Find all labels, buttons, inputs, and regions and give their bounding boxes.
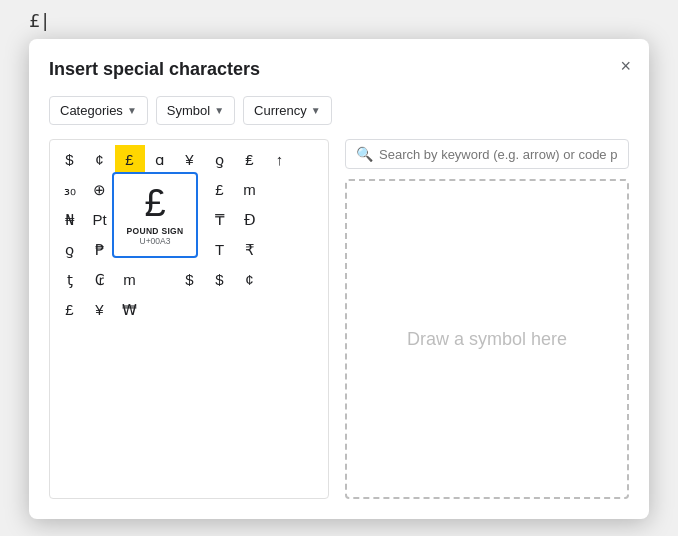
symbol-cell[interactable]: ƍ bbox=[55, 235, 85, 265]
currency-label: Currency bbox=[254, 103, 307, 118]
symbol-cell[interactable] bbox=[265, 265, 295, 295]
selected-symbol-char: £ bbox=[144, 184, 165, 222]
selected-symbol-code: U+00A3 bbox=[140, 236, 171, 246]
symbol-cell[interactable]: ↑ bbox=[265, 145, 295, 175]
selected-symbol-name: POUND SIGN bbox=[127, 226, 184, 236]
search-icon: 🔍 bbox=[356, 146, 373, 162]
symbol-cell[interactable] bbox=[175, 295, 205, 325]
grid-outer: £ POUND SIGN U+00A3 $ ¢ £ ɑ bbox=[54, 144, 314, 325]
symbol-cell-highlighted[interactable]: £ bbox=[115, 145, 145, 175]
symbol-cell[interactable]: ¥ bbox=[175, 145, 205, 175]
symbol-cell[interactable]: £ bbox=[55, 295, 85, 325]
dialog-backdrop: Insert special characters × Categories ▼… bbox=[29, 39, 649, 519]
symbol-row: ƫ ₢ m $ $ ¢ bbox=[55, 265, 295, 295]
editor-cursor: £| bbox=[29, 10, 51, 31]
insert-special-chars-dialog: Insert special characters × Categories ▼… bbox=[29, 39, 649, 519]
selected-symbol-overlay[interactable]: £ POUND SIGN U+00A3 bbox=[112, 172, 198, 258]
symbol-grid-container: £ POUND SIGN U+00A3 $ ¢ £ ɑ bbox=[49, 139, 329, 499]
currency-dropdown[interactable]: Currency ▼ bbox=[243, 96, 332, 125]
symbol-cell[interactable]: T bbox=[205, 235, 235, 265]
symbol-cell[interactable] bbox=[145, 295, 175, 325]
symbol-arrow-icon: ▼ bbox=[214, 105, 224, 116]
symbol-cell[interactable]: ₦ bbox=[55, 205, 85, 235]
symbol-cell[interactable]: ₤ bbox=[235, 145, 265, 175]
symbol-cell[interactable]: ₃₀ bbox=[55, 175, 85, 205]
symbol-cell[interactable]: Ɖ bbox=[235, 205, 265, 235]
dialog-title: Insert special characters bbox=[49, 59, 629, 80]
symbol-cell[interactable]: ƫ bbox=[55, 265, 85, 295]
symbol-cell[interactable] bbox=[205, 295, 235, 325]
symbol-cell[interactable]: $ bbox=[55, 145, 85, 175]
symbol-cell[interactable]: $ bbox=[205, 265, 235, 295]
categories-arrow-icon: ▼ bbox=[127, 105, 137, 116]
categories-label: Categories bbox=[60, 103, 123, 118]
symbol-cell[interactable]: ₸ bbox=[205, 205, 235, 235]
close-button[interactable]: × bbox=[616, 53, 635, 79]
symbol-cell[interactable]: ¢ bbox=[85, 145, 115, 175]
symbol-dropdown[interactable]: Symbol ▼ bbox=[156, 96, 235, 125]
content-area: £ POUND SIGN U+00A3 $ ¢ £ ɑ bbox=[49, 139, 629, 499]
toolbar: Categories ▼ Symbol ▼ Currency ▼ bbox=[49, 96, 629, 125]
symbol-cell[interactable] bbox=[145, 265, 175, 295]
symbol-cell[interactable]: ₩ bbox=[115, 295, 145, 325]
symbol-cell[interactable] bbox=[265, 175, 295, 205]
symbol-cell[interactable]: $ bbox=[175, 265, 205, 295]
symbol-cell[interactable]: £ bbox=[205, 175, 235, 205]
draw-area-label: Draw a symbol here bbox=[407, 329, 567, 350]
search-input[interactable] bbox=[379, 147, 618, 162]
symbol-label: Symbol bbox=[167, 103, 210, 118]
symbol-cell[interactable]: m bbox=[235, 175, 265, 205]
symbol-cell[interactable]: ¥ bbox=[85, 295, 115, 325]
right-panel: 🔍 Draw a symbol here bbox=[345, 139, 629, 499]
symbol-cell[interactable] bbox=[265, 295, 295, 325]
symbol-cell[interactable] bbox=[265, 205, 295, 235]
symbol-cell[interactable]: ₢ bbox=[85, 265, 115, 295]
symbol-cell[interactable]: Pt bbox=[85, 205, 115, 235]
currency-arrow-icon: ▼ bbox=[311, 105, 321, 116]
symbol-cell[interactable]: m bbox=[115, 265, 145, 295]
symbol-cell[interactable]: ɑ bbox=[145, 145, 175, 175]
symbol-cell[interactable] bbox=[265, 235, 295, 265]
categories-dropdown[interactable]: Categories ▼ bbox=[49, 96, 148, 125]
symbol-cell[interactable] bbox=[235, 295, 265, 325]
symbol-cell[interactable]: ₱ bbox=[85, 235, 115, 265]
search-box[interactable]: 🔍 bbox=[345, 139, 629, 169]
symbol-row: $ ¢ £ ɑ ¥ ƍ ₤ ↑ bbox=[55, 145, 295, 175]
symbol-cell[interactable]: ₹ bbox=[235, 235, 265, 265]
symbol-cell[interactable]: ⊕ bbox=[85, 175, 115, 205]
draw-area[interactable]: Draw a symbol here bbox=[345, 179, 629, 499]
symbol-cell[interactable]: ƍ bbox=[205, 145, 235, 175]
symbol-row: £ ¥ ₩ bbox=[55, 295, 295, 325]
symbol-cell[interactable]: ¢ bbox=[235, 265, 265, 295]
